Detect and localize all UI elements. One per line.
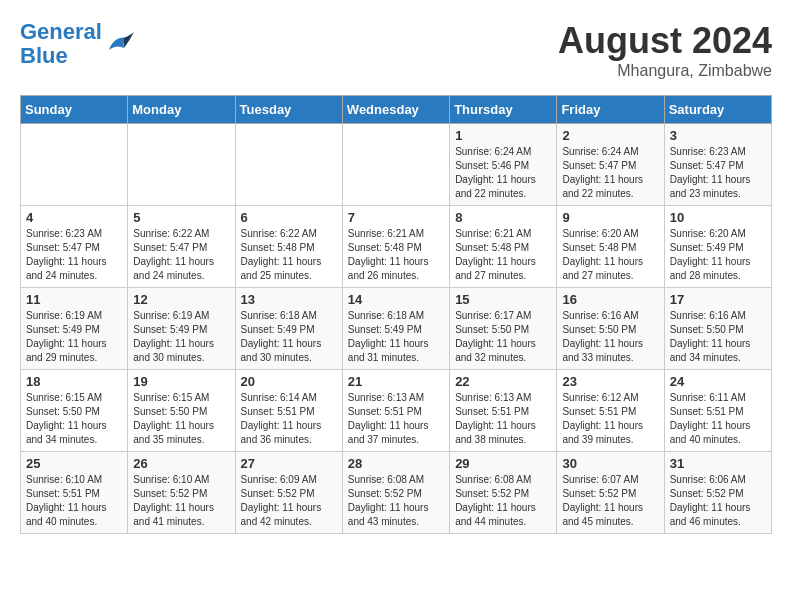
day-number: 13 <box>241 292 337 307</box>
calendar-cell: 28Sunrise: 6:08 AM Sunset: 5:52 PM Dayli… <box>342 452 449 534</box>
day-info: Sunrise: 6:11 AM Sunset: 5:51 PM Dayligh… <box>670 391 766 447</box>
calendar-cell: 3Sunrise: 6:23 AM Sunset: 5:47 PM Daylig… <box>664 124 771 206</box>
day-number: 12 <box>133 292 229 307</box>
calendar-cell: 15Sunrise: 6:17 AM Sunset: 5:50 PM Dayli… <box>450 288 557 370</box>
day-number: 21 <box>348 374 444 389</box>
day-info: Sunrise: 6:24 AM Sunset: 5:46 PM Dayligh… <box>455 145 551 201</box>
day-info: Sunrise: 6:16 AM Sunset: 5:50 PM Dayligh… <box>670 309 766 365</box>
day-info: Sunrise: 6:24 AM Sunset: 5:47 PM Dayligh… <box>562 145 658 201</box>
calendar-week-row: 18Sunrise: 6:15 AM Sunset: 5:50 PM Dayli… <box>21 370 772 452</box>
day-number: 31 <box>670 456 766 471</box>
day-info: Sunrise: 6:22 AM Sunset: 5:48 PM Dayligh… <box>241 227 337 283</box>
logo-bird-icon <box>104 30 134 58</box>
day-info: Sunrise: 6:13 AM Sunset: 5:51 PM Dayligh… <box>455 391 551 447</box>
month-year-title: August 2024 <box>558 20 772 62</box>
day-info: Sunrise: 6:12 AM Sunset: 5:51 PM Dayligh… <box>562 391 658 447</box>
calendar-cell: 2Sunrise: 6:24 AM Sunset: 5:47 PM Daylig… <box>557 124 664 206</box>
day-number: 4 <box>26 210 122 225</box>
calendar-cell: 29Sunrise: 6:08 AM Sunset: 5:52 PM Dayli… <box>450 452 557 534</box>
day-info: Sunrise: 6:20 AM Sunset: 5:48 PM Dayligh… <box>562 227 658 283</box>
logo-line2: Blue <box>20 43 68 68</box>
calendar-cell <box>21 124 128 206</box>
day-number: 3 <box>670 128 766 143</box>
day-info: Sunrise: 6:15 AM Sunset: 5:50 PM Dayligh… <box>26 391 122 447</box>
day-info: Sunrise: 6:06 AM Sunset: 5:52 PM Dayligh… <box>670 473 766 529</box>
calendar-cell: 13Sunrise: 6:18 AM Sunset: 5:49 PM Dayli… <box>235 288 342 370</box>
day-info: Sunrise: 6:22 AM Sunset: 5:47 PM Dayligh… <box>133 227 229 283</box>
day-info: Sunrise: 6:13 AM Sunset: 5:51 PM Dayligh… <box>348 391 444 447</box>
calendar-cell: 25Sunrise: 6:10 AM Sunset: 5:51 PM Dayli… <box>21 452 128 534</box>
day-info: Sunrise: 6:21 AM Sunset: 5:48 PM Dayligh… <box>455 227 551 283</box>
calendar-week-row: 4Sunrise: 6:23 AM Sunset: 5:47 PM Daylig… <box>21 206 772 288</box>
column-header-sunday: Sunday <box>21 96 128 124</box>
day-number: 19 <box>133 374 229 389</box>
column-header-friday: Friday <box>557 96 664 124</box>
day-info: Sunrise: 6:10 AM Sunset: 5:51 PM Dayligh… <box>26 473 122 529</box>
day-number: 23 <box>562 374 658 389</box>
day-number: 8 <box>455 210 551 225</box>
day-number: 24 <box>670 374 766 389</box>
day-number: 27 <box>241 456 337 471</box>
calendar-week-row: 11Sunrise: 6:19 AM Sunset: 5:49 PM Dayli… <box>21 288 772 370</box>
calendar-cell: 10Sunrise: 6:20 AM Sunset: 5:49 PM Dayli… <box>664 206 771 288</box>
calendar-cell: 21Sunrise: 6:13 AM Sunset: 5:51 PM Dayli… <box>342 370 449 452</box>
page-header: General Blue August 2024 Mhangura, Zimba… <box>20 20 772 80</box>
day-info: Sunrise: 6:10 AM Sunset: 5:52 PM Dayligh… <box>133 473 229 529</box>
title-block: August 2024 Mhangura, Zimbabwe <box>558 20 772 80</box>
day-number: 2 <box>562 128 658 143</box>
day-number: 10 <box>670 210 766 225</box>
column-header-saturday: Saturday <box>664 96 771 124</box>
logo-line1: General <box>20 19 102 44</box>
column-header-thursday: Thursday <box>450 96 557 124</box>
calendar-cell: 4Sunrise: 6:23 AM Sunset: 5:47 PM Daylig… <box>21 206 128 288</box>
calendar-week-row: 1Sunrise: 6:24 AM Sunset: 5:46 PM Daylig… <box>21 124 772 206</box>
calendar-cell: 8Sunrise: 6:21 AM Sunset: 5:48 PM Daylig… <box>450 206 557 288</box>
day-number: 11 <box>26 292 122 307</box>
day-number: 9 <box>562 210 658 225</box>
day-info: Sunrise: 6:19 AM Sunset: 5:49 PM Dayligh… <box>133 309 229 365</box>
day-number: 6 <box>241 210 337 225</box>
calendar-cell: 30Sunrise: 6:07 AM Sunset: 5:52 PM Dayli… <box>557 452 664 534</box>
calendar-cell: 9Sunrise: 6:20 AM Sunset: 5:48 PM Daylig… <box>557 206 664 288</box>
calendar-cell: 17Sunrise: 6:16 AM Sunset: 5:50 PM Dayli… <box>664 288 771 370</box>
calendar-cell: 16Sunrise: 6:16 AM Sunset: 5:50 PM Dayli… <box>557 288 664 370</box>
day-number: 25 <box>26 456 122 471</box>
day-info: Sunrise: 6:09 AM Sunset: 5:52 PM Dayligh… <box>241 473 337 529</box>
day-number: 16 <box>562 292 658 307</box>
calendar-cell: 1Sunrise: 6:24 AM Sunset: 5:46 PM Daylig… <box>450 124 557 206</box>
calendar-cell: 23Sunrise: 6:12 AM Sunset: 5:51 PM Dayli… <box>557 370 664 452</box>
day-info: Sunrise: 6:16 AM Sunset: 5:50 PM Dayligh… <box>562 309 658 365</box>
calendar-cell: 12Sunrise: 6:19 AM Sunset: 5:49 PM Dayli… <box>128 288 235 370</box>
day-number: 22 <box>455 374 551 389</box>
calendar-cell: 31Sunrise: 6:06 AM Sunset: 5:52 PM Dayli… <box>664 452 771 534</box>
day-info: Sunrise: 6:23 AM Sunset: 5:47 PM Dayligh… <box>670 145 766 201</box>
calendar-week-row: 25Sunrise: 6:10 AM Sunset: 5:51 PM Dayli… <box>21 452 772 534</box>
calendar-cell <box>235 124 342 206</box>
day-number: 7 <box>348 210 444 225</box>
day-number: 28 <box>348 456 444 471</box>
day-info: Sunrise: 6:08 AM Sunset: 5:52 PM Dayligh… <box>348 473 444 529</box>
day-number: 26 <box>133 456 229 471</box>
day-info: Sunrise: 6:08 AM Sunset: 5:52 PM Dayligh… <box>455 473 551 529</box>
day-info: Sunrise: 6:20 AM Sunset: 5:49 PM Dayligh… <box>670 227 766 283</box>
calendar-cell: 20Sunrise: 6:14 AM Sunset: 5:51 PM Dayli… <box>235 370 342 452</box>
day-number: 14 <box>348 292 444 307</box>
calendar-cell: 18Sunrise: 6:15 AM Sunset: 5:50 PM Dayli… <box>21 370 128 452</box>
day-info: Sunrise: 6:18 AM Sunset: 5:49 PM Dayligh… <box>348 309 444 365</box>
calendar-cell: 22Sunrise: 6:13 AM Sunset: 5:51 PM Dayli… <box>450 370 557 452</box>
calendar-cell: 14Sunrise: 6:18 AM Sunset: 5:49 PM Dayli… <box>342 288 449 370</box>
calendar-cell: 26Sunrise: 6:10 AM Sunset: 5:52 PM Dayli… <box>128 452 235 534</box>
day-number: 5 <box>133 210 229 225</box>
calendar-cell <box>342 124 449 206</box>
day-number: 30 <box>562 456 658 471</box>
logo: General Blue <box>20 20 134 68</box>
day-info: Sunrise: 6:07 AM Sunset: 5:52 PM Dayligh… <box>562 473 658 529</box>
day-number: 20 <box>241 374 337 389</box>
day-info: Sunrise: 6:18 AM Sunset: 5:49 PM Dayligh… <box>241 309 337 365</box>
calendar-table: SundayMondayTuesdayWednesdayThursdayFrid… <box>20 95 772 534</box>
column-header-monday: Monday <box>128 96 235 124</box>
day-info: Sunrise: 6:19 AM Sunset: 5:49 PM Dayligh… <box>26 309 122 365</box>
logo-text: General Blue <box>20 20 102 68</box>
calendar-cell: 27Sunrise: 6:09 AM Sunset: 5:52 PM Dayli… <box>235 452 342 534</box>
calendar-cell: 6Sunrise: 6:22 AM Sunset: 5:48 PM Daylig… <box>235 206 342 288</box>
